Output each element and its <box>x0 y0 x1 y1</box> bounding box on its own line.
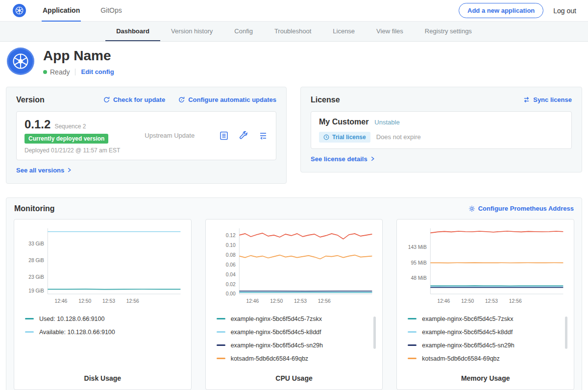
deployed-timestamp: Deployed 01/21/22 @ 11:57 am EST <box>24 147 120 154</box>
helm-wheel-icon <box>15 6 24 15</box>
legend-item: kotsadm-5db6dc6584-69qbz <box>408 355 561 362</box>
x-tick-label: 12:53 <box>102 297 115 303</box>
legend-swatch-icon <box>25 318 34 319</box>
tab-application[interactable]: Application <box>42 0 81 22</box>
legend-swatch-icon <box>25 331 34 333</box>
y-tick-label: 0.06 <box>225 261 235 267</box>
see-license-details-label: See license details <box>311 155 368 163</box>
legend-item: example-nginx-5bc6f5d4c5-7zskx <box>217 316 370 322</box>
diff-lines-icon[interactable] <box>258 131 268 141</box>
legend-label: example-nginx-5bc6f5d4c5-k8ddf <box>231 329 321 336</box>
series-line <box>48 289 180 290</box>
legend-label: Available: 10.128.0.66:9100 <box>39 329 115 336</box>
legend-label: example-nginx-5bc6f5d4c5-7zskx <box>231 316 322 322</box>
disk-usage-legend: Used: 10.128.0.66:9100Available: 10.128.… <box>25 316 186 342</box>
subnav-tab-troubleshoot[interactable]: Troubleshoot <box>264 22 322 41</box>
current-version-box: 0.1.2 Sequence 2 Currently deployed vers… <box>16 111 276 160</box>
license-box: My Customer Unstable Trial license Does … <box>311 111 572 149</box>
trial-license-badge: Trial license <box>319 132 370 143</box>
sync-license-link[interactable]: Sync license <box>523 96 572 103</box>
sync-arrows-icon <box>523 96 530 103</box>
cpu-usage-chart[interactable]: 0.120.100.080.060.040.020.0012:4612:5012… <box>211 224 378 309</box>
chevron-right-icon <box>67 167 72 173</box>
legend-swatch-icon <box>408 358 416 359</box>
subnav-tab-view-files[interactable]: View files <box>366 22 414 41</box>
license-card: License Sync license My Customer Unstabl… <box>300 87 582 172</box>
monitoring-card: Monitoring Configure Prometheus Address … <box>6 197 582 390</box>
y-tick-label: 0.00 <box>225 291 235 296</box>
configure-prometheus-label: Configure Prometheus Address <box>478 205 574 212</box>
edit-config-link[interactable]: Edit config <box>81 68 114 75</box>
add-application-button[interactable]: Add a new application <box>459 3 543 18</box>
y-tick-label: 95 MiB <box>411 259 427 265</box>
legend-label: kotsadm-5db6dc6584-69qbz <box>422 355 499 362</box>
legend-item: example-nginx-5bc6f5d4c5-sn29h <box>408 342 561 349</box>
x-tick-label: 12:56 <box>318 297 331 303</box>
legend-item: Available: 10.128.0.66:9100 <box>25 329 178 336</box>
tab-gitops[interactable]: GitOps <box>99 0 123 22</box>
subnav-tab-dashboard[interactable]: Dashboard <box>105 22 160 41</box>
y-tick-label: 19 GiB <box>28 287 44 293</box>
deployed-version-badge: Currently deployed version <box>24 134 108 144</box>
version-number: 0.1.2 <box>24 118 50 131</box>
legend-swatch-icon <box>217 318 225 319</box>
y-tick-label: 28 GiB <box>28 257 44 263</box>
configure-automatic-updates-link[interactable]: Configure automatic updates <box>178 96 276 103</box>
subnav-tab-config[interactable]: Config <box>223 22 264 41</box>
legend-item: example-nginx-5bc6f5d4c5-k8ddf <box>408 329 561 336</box>
trial-license-label: Trial license <box>332 134 366 141</box>
license-card-title: License <box>311 96 340 104</box>
legend-label: Used: 10.128.0.66:9100 <box>39 316 104 322</box>
subnav-tab-registry-settings[interactable]: Registry settings <box>414 22 483 41</box>
release-notes-icon[interactable] <box>219 131 229 141</box>
memory-usage-legend: example-nginx-5bc6f5d4c5-7zskxexample-ng… <box>408 316 569 368</box>
logout-link[interactable]: Log out <box>553 7 576 15</box>
see-all-versions-link[interactable]: See all versions <box>16 167 72 174</box>
sync-license-label: Sync license <box>533 96 572 103</box>
legend-scrollbar[interactable] <box>373 317 376 349</box>
x-tick-label: 12:56 <box>126 297 139 303</box>
app-header: App Name Ready Edit config <box>0 42 588 84</box>
memory-usage-chart[interactable]: 143 MiB95 MiB48 MiB12:4612:5012:5312:56 <box>402 224 569 309</box>
x-tick-label: 12:50 <box>270 297 283 303</box>
memory-usage-title: Memory Usage <box>402 370 569 382</box>
x-tick-label: 12:50 <box>78 297 91 303</box>
y-tick-label: 0.10 <box>225 242 235 248</box>
legend-swatch-icon <box>408 318 416 319</box>
chevron-right-icon <box>370 156 375 162</box>
configure-prometheus-link[interactable]: Configure Prometheus Address <box>468 205 574 212</box>
cpu-usage-title: CPU Usage <box>211 370 378 382</box>
config-wrench-icon[interactable] <box>239 131 248 141</box>
divider <box>75 69 75 75</box>
kubernetes-logo-icon[interactable] <box>13 4 26 17</box>
refresh-icon <box>103 96 110 103</box>
legend-swatch-icon <box>408 344 416 346</box>
legend-item: Used: 10.128.0.66:9100 <box>25 316 178 322</box>
y-tick-label: 23 GiB <box>28 274 44 280</box>
series-line <box>431 263 564 263</box>
legend-item: kotsadm-5db6dc6584-69qbz <box>217 355 370 362</box>
check-for-update-label: Check for update <box>113 96 165 103</box>
y-tick-label: 0.08 <box>225 252 235 258</box>
check-for-update-link[interactable]: Check for update <box>103 96 165 103</box>
legend-item: example-nginx-5bc6f5d4c5-7zskx <box>408 316 561 322</box>
cpu-usage-legend: example-nginx-5bc6f5d4c5-7zskxexample-ng… <box>217 316 378 368</box>
auto-update-icon <box>178 96 185 103</box>
top-nav: Application GitOps Add a new application… <box>0 0 588 22</box>
see-license-details-link[interactable]: See license details <box>311 155 375 163</box>
status-text: Ready <box>50 68 70 76</box>
legend-label: example-nginx-5bc6f5d4c5-k8ddf <box>422 329 513 336</box>
legend-label: example-nginx-5bc6f5d4c5-sn29h <box>422 342 514 349</box>
subnav-tab-license[interactable]: License <box>322 22 366 41</box>
monitoring-title: Monitoring <box>14 204 55 213</box>
page-title: App Name <box>43 48 114 64</box>
series-line <box>239 255 372 259</box>
memory-usage-panel: 143 MiB95 MiB48 MiB12:4612:5012:5312:56 … <box>396 219 574 390</box>
app-logo-icon <box>7 48 34 75</box>
disk-usage-chart[interactable]: 33 GiB28 GiB23 GiB19 GiB12:4612:5012:531… <box>19 224 186 309</box>
legend-swatch-icon <box>217 344 225 346</box>
subnav-tab-version-history[interactable]: Version history <box>160 22 223 41</box>
helm-wheel-icon <box>11 52 30 71</box>
gear-icon <box>468 205 475 212</box>
legend-scrollbar[interactable] <box>565 317 567 349</box>
